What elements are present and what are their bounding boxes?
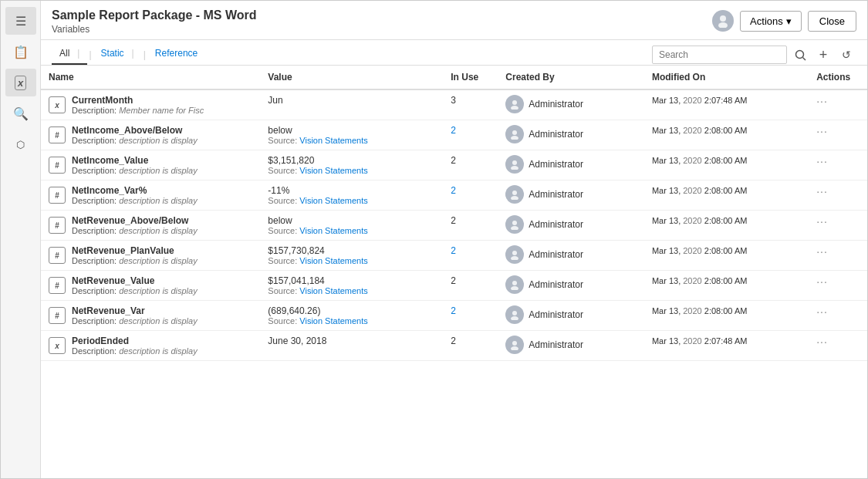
tab-all[interactable]: All (52, 45, 87, 65)
inuse-cell[interactable]: 2 (443, 301, 498, 331)
variable-type-icon: # (49, 277, 66, 294)
variable-type-icon: # (49, 157, 66, 174)
value-cell: $3,151,820Source: Vision Statements (260, 150, 443, 180)
modified-date: Mar 13, 2020 2:08:00 AM (652, 126, 748, 135)
row-actions-cell[interactable]: ··· (809, 180, 867, 211)
creator-cell: Administrator (505, 336, 637, 354)
modifiedon-cell: Mar 13, 2020 2:08:00 AM (644, 271, 809, 301)
table-header-row: Name Value In Use Created By Modified On… (41, 66, 867, 89)
inuse-value: 2 (451, 155, 456, 166)
value-cell: -11%Source: Vision Statements (260, 180, 443, 211)
value-source: Source: Vision Statements (268, 166, 435, 175)
row-actions-cell[interactable]: ··· (809, 150, 867, 180)
creator-cell: Administrator (505, 95, 637, 113)
createdby-cell: Administrator (498, 241, 644, 271)
col-header-actions: Actions (809, 66, 867, 89)
svg-line-3 (802, 57, 806, 60)
row-actions-cell[interactable]: ··· (809, 89, 867, 120)
creator-name: Administrator (529, 219, 583, 230)
refresh-button[interactable]: ↺ (836, 45, 856, 65)
creator-avatar (505, 305, 524, 324)
actions-button[interactable]: Actions ▾ (740, 11, 802, 32)
svg-point-15 (511, 256, 518, 260)
svg-point-13 (511, 226, 518, 230)
name-cell: # NetRevenue_Above/Below Description: de… (41, 211, 260, 241)
variable-icon: x (15, 76, 26, 90)
inuse-link[interactable]: 2 (451, 125, 456, 136)
row-actions-menu[interactable]: ··· (816, 336, 828, 348)
row-actions-menu[interactable]: ··· (816, 305, 828, 318)
inuse-cell[interactable]: 2 (443, 180, 498, 211)
svg-point-7 (511, 136, 518, 140)
svg-point-5 (511, 106, 518, 110)
svg-point-4 (512, 100, 517, 105)
row-actions-cell[interactable]: ··· (809, 211, 867, 241)
header: Sample Report Package - MS Word Variable… (41, 1, 867, 40)
createdby-cell: Administrator (498, 120, 644, 150)
inuse-link[interactable]: 2 (451, 305, 456, 316)
svg-point-20 (512, 341, 517, 346)
chevron-down-icon: ▾ (786, 15, 792, 27)
sidebar-item-document[interactable]: 📋 (5, 38, 36, 66)
variable-type-icon: # (49, 247, 66, 264)
name-cell: # NetRevenue_Var Description: descriptio… (41, 301, 260, 331)
variable-desc: Description: description is display (72, 316, 198, 326)
variable-desc: Description: description is display (72, 256, 198, 265)
user-avatar (712, 10, 734, 32)
tab-reference[interactable]: Reference (147, 45, 205, 65)
inuse-value: 2 (451, 275, 456, 286)
inuse-cell[interactable]: 2 (443, 120, 498, 150)
table-row: # NetIncome_Var% Description: descriptio… (41, 180, 867, 211)
variable-name: NetRevenue_Value (72, 275, 198, 286)
close-button[interactable]: Close (808, 11, 856, 32)
header-left: Sample Report Package - MS Word Variable… (52, 8, 257, 35)
col-header-inuse: In Use (443, 66, 498, 89)
tab-static[interactable]: Static (93, 45, 142, 65)
variable-name: NetRevenue_Above/Below (72, 215, 198, 226)
tabs: All | Static | Reference (52, 45, 205, 65)
variable-type-icon: # (49, 217, 66, 234)
creator-avatar (505, 245, 524, 264)
inuse-link[interactable]: 2 (451, 245, 456, 256)
modified-date: Mar 13, 2020 2:08:00 AM (652, 156, 748, 165)
svg-point-18 (512, 311, 517, 315)
sidebar-item-search[interactable]: 🔍 (5, 100, 36, 127)
row-actions-cell[interactable]: ··· (809, 331, 867, 361)
variable-desc: Description: description is display (72, 346, 198, 356)
value-cell: belowSource: Vision Statements (260, 120, 443, 150)
sidebar-item-variable[interactable]: x (5, 69, 36, 96)
name-cell: # NetIncome_Value Description: descripti… (41, 150, 260, 180)
row-actions-menu[interactable]: ··· (816, 95, 828, 107)
row-actions-menu[interactable]: ··· (816, 125, 828, 137)
row-actions-cell[interactable]: ··· (809, 120, 867, 150)
svg-point-1 (718, 22, 728, 28)
inuse-cell[interactable]: 2 (443, 241, 498, 271)
value-main: -11% (268, 185, 435, 196)
value-cell: Jun (260, 89, 443, 120)
add-button[interactable]: + (813, 45, 833, 65)
row-actions-menu[interactable]: ··· (816, 215, 828, 228)
sidebar-item-hamburger[interactable]: ☰ (5, 7, 36, 35)
sidebar-item-tree[interactable]: ⬡ (5, 130, 36, 158)
row-actions-menu[interactable]: ··· (816, 275, 828, 288)
variable-desc: Description: description is display (72, 286, 198, 295)
svg-point-10 (512, 191, 517, 195)
row-actions-cell[interactable]: ··· (809, 301, 867, 331)
row-actions-cell[interactable]: ··· (809, 241, 867, 271)
row-actions-menu[interactable]: ··· (816, 245, 828, 258)
row-actions-cell[interactable]: ··· (809, 271, 867, 301)
row-actions-menu[interactable]: ··· (816, 155, 828, 167)
svg-point-2 (795, 50, 803, 58)
search-button[interactable] (790, 45, 810, 65)
creator-cell: Administrator (505, 245, 637, 264)
col-header-value: Value (260, 66, 443, 89)
svg-point-9 (511, 166, 518, 170)
table-row: # NetIncome_Value Description: descripti… (41, 150, 867, 180)
row-actions-menu[interactable]: ··· (816, 185, 828, 197)
svg-point-19 (511, 316, 518, 320)
inuse-link[interactable]: 2 (451, 185, 456, 196)
variable-name: NetIncome_Var% (72, 185, 198, 196)
modifiedon-cell: Mar 13, 2020 2:08:00 AM (644, 301, 809, 331)
variable-name: NetRevenue_PlanValue (72, 245, 198, 256)
search-input[interactable] (652, 46, 787, 64)
